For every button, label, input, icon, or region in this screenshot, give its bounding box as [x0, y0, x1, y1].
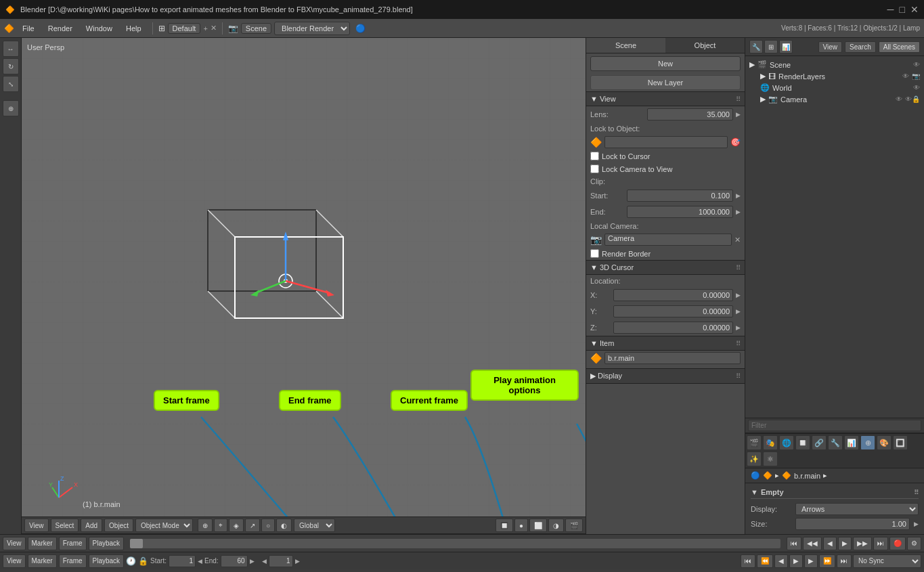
view-btn[interactable]: View [818, 41, 843, 53]
prop-tab-world[interactable]: 🌐 [779, 435, 794, 450]
cursor-x-value[interactable]: 0.00000 [613, 289, 733, 301]
menu-file[interactable]: File [17, 22, 40, 35]
pb-prev-btn[interactable]: ◀ [774, 554, 788, 568]
timeline-frame-btn[interactable]: Frame [59, 537, 87, 550]
clip-end-value[interactable]: 1000.000 [627, 206, 733, 218]
menu-window[interactable]: Window [81, 22, 118, 35]
item-name-input[interactable]: b.r.main [604, 352, 741, 364]
vp-select-btn[interactable]: Select [51, 519, 79, 532]
sync-select[interactable]: No Sync Frame Dropping AV-sync [853, 554, 921, 568]
menu-render[interactable]: Render [43, 22, 78, 35]
view-section-header[interactable]: ▼ View ⠿ [586, 91, 745, 106]
prop-tab-data[interactable]: 📊 [844, 435, 859, 450]
pb-first-btn[interactable]: ⏮ [741, 554, 755, 568]
vp-matcap-btn[interactable]: ◑ [548, 519, 564, 532]
timeline-icon-4[interactable]: ▶ [838, 537, 852, 550]
timeline-icon-7[interactable]: 🔴 [889, 537, 906, 550]
render-engine-select[interactable]: Blender Render Cycles Render [274, 22, 350, 35]
cursor-section-header[interactable]: ▼ 3D Cursor ⠿ [586, 260, 745, 275]
playback-view-btn[interactable]: View [3, 554, 26, 568]
prop-tab-constraints[interactable]: 🔗 [812, 435, 827, 450]
vp-shading-btn[interactable]: ● [514, 519, 528, 532]
vp-render-btn[interactable]: 🎬 [565, 519, 583, 532]
pb-play-btn[interactable]: ▶ [789, 554, 803, 568]
vp-prop-edit-btn[interactable]: ○ [261, 519, 275, 532]
lock-object-picker-icon[interactable]: 🎯 [730, 137, 741, 147]
timeline-scrubber[interactable] [130, 539, 780, 548]
prop-tab-modifier[interactable]: 🔧 [828, 435, 843, 450]
outliner-icon-2[interactable]: ⊞ [764, 40, 778, 53]
lock-object-input[interactable] [604, 136, 728, 148]
cursor-y-value[interactable]: 0.00000 [613, 305, 733, 317]
outliner-search-input[interactable] [748, 420, 921, 431]
prop-tab-physics[interactable]: ⚛ [763, 452, 778, 466]
tool-cursor[interactable]: ⊕ [3, 100, 19, 116]
vp-coord-select[interactable]: Global Local Normal [294, 519, 335, 532]
menu-help[interactable]: Help [120, 22, 147, 35]
vp-x-ray-btn[interactable]: ⬜ [529, 519, 547, 532]
viewport[interactable]: User Persp [22, 38, 586, 516]
minimize-button[interactable]: ─ [887, 4, 894, 15]
vp-overlay-btn[interactable]: 🔲 [496, 519, 513, 532]
vp-object-btn[interactable]: Object [104, 519, 133, 532]
vp-pivot-btn[interactable]: ◈ [229, 519, 244, 532]
playback-frame-btn[interactable]: Frame [59, 554, 87, 568]
tool-translate[interactable]: ↔ [3, 41, 19, 57]
new-layer-btn[interactable]: New Layer [590, 75, 741, 90]
tab-scene[interactable]: Scene [586, 38, 665, 53]
renderlayers-visibility-icon[interactable]: 👁 [902, 72, 909, 80]
timeline-view-btn[interactable]: View [3, 537, 26, 550]
clip-start-value[interactable]: 0.100 [627, 190, 733, 202]
prop-tab-scene[interactable]: 🎭 [763, 435, 778, 450]
title-controls[interactable]: ─ □ ✕ [887, 4, 919, 15]
timeline-icon-6[interactable]: ⏭ [873, 537, 888, 550]
vp-proportional-btn[interactable]: ◐ [276, 519, 292, 532]
outliner-icon-1[interactable]: 🔧 [749, 40, 763, 53]
timeline-icon-5[interactable]: ▶▶ [853, 537, 872, 550]
vp-global-select[interactable]: ⊕ [198, 519, 213, 532]
lock-camera-checkbox[interactable] [590, 164, 599, 173]
tree-item-scene[interactable]: ▶ 🎬 Scene 👁 [745, 59, 924, 70]
close-button[interactable]: ✕ [910, 4, 919, 15]
prop-tab-object[interactable]: 🔲 [795, 435, 810, 450]
maximize-button[interactable]: □ [900, 4, 905, 15]
timeline-icon-8[interactable]: ⚙ [907, 537, 921, 550]
timeline-icon-3[interactable]: ◀ [823, 537, 837, 550]
all-scenes-btn[interactable]: All Scenes [879, 41, 920, 53]
new-btn[interactable]: New [590, 56, 741, 71]
display-section-header[interactable]: ▶ Display ⠿ [586, 368, 745, 384]
render-border-checkbox[interactable] [590, 249, 599, 258]
playback-marker-btn[interactable]: Marker [28, 554, 57, 568]
prop-tab-particles[interactable]: ✨ [747, 452, 762, 466]
layout-close-icon[interactable]: ✕ [211, 24, 217, 32]
pb-last-btn[interactable]: ⏭ [837, 554, 852, 568]
end-frame-input[interactable]: 60 [221, 555, 248, 567]
local-camera-input[interactable]: Camera [604, 234, 732, 246]
start-frame-input[interactable]: 1 [169, 555, 196, 567]
prop-tab-texture[interactable]: 🔳 [893, 435, 908, 450]
layout-plus-icon[interactable]: + [203, 24, 207, 32]
layout-name[interactable]: Default [168, 23, 201, 34]
prop-tab-empty[interactable]: ⊕ [860, 435, 875, 450]
size-value[interactable]: 1.00 [795, 518, 910, 530]
tree-item-renderlayers[interactable]: ▶ 🎞 RenderLayers 👁 📷 [745, 70, 924, 82]
world-visibility-icon[interactable]: 👁 [913, 84, 920, 91]
current-frame-input[interactable]: 1 [269, 555, 293, 567]
tree-item-world[interactable]: 🌐 World 👁 [745, 82, 924, 93]
prop-tab-material[interactable]: 🎨 [877, 435, 892, 450]
tool-scale[interactable]: ⤡ [3, 76, 19, 92]
cursor-z-value[interactable]: 0.00000 [613, 322, 733, 334]
timeline-icon-1[interactable]: ⏮ [787, 537, 801, 550]
timeline-playback-btn[interactable]: Playback [89, 537, 125, 550]
timeline-icon-2[interactable]: ◀◀ [803, 537, 822, 550]
vp-add-btn[interactable]: Add [81, 519, 102, 532]
camera-visibility-icon[interactable]: 👁 [896, 95, 902, 103]
tree-item-camera[interactable]: ▶ 📷 Camera 👁 👁🔒 [745, 93, 924, 105]
vp-mode-select[interactable]: Object Mode Edit Mode Sculpt Mode [135, 519, 193, 532]
item-section-header[interactable]: ▼ Item ⠿ [586, 336, 745, 351]
prop-tab-render[interactable]: 🎬 [747, 435, 762, 450]
pb-next-key-btn[interactable]: ⏩ [819, 554, 835, 568]
outliner-icon-3[interactable]: 📊 [779, 40, 793, 53]
tool-rotate[interactable]: ↻ [3, 58, 19, 74]
tab-object[interactable]: Object [665, 38, 745, 53]
